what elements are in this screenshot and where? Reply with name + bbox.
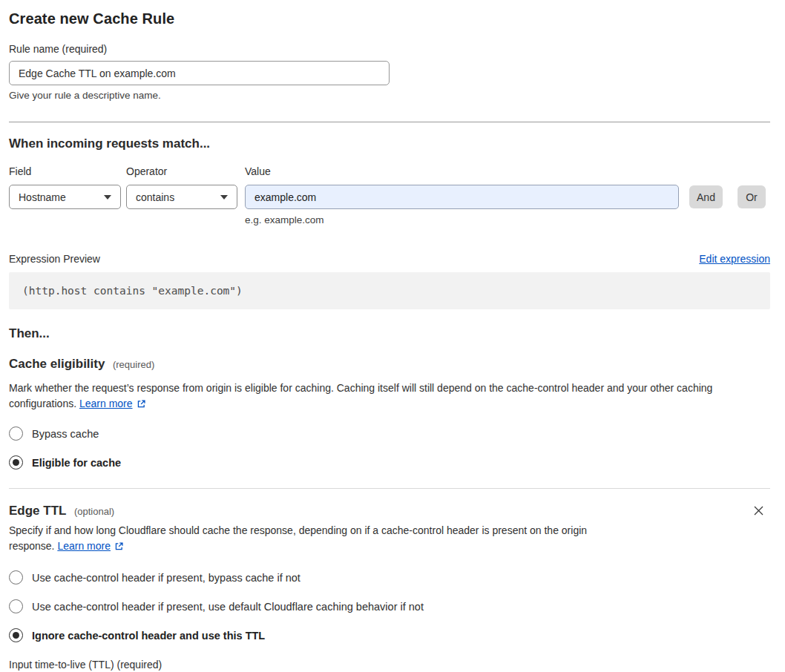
cache-eligibility-heading: Cache eligibility [9,357,105,371]
field-select-value: Hostname [19,191,66,203]
page-title: Create new Cache Rule [9,10,770,27]
close-icon[interactable] [752,504,766,518]
radio-label: Ignore cache-control header and use this… [32,630,265,642]
section-divider [9,488,770,489]
then-heading: Then... [9,326,770,341]
value-input[interactable] [245,185,679,209]
edge-ttl-learn-more-link[interactable]: Learn more [57,540,111,552]
radio-label: Use cache-control header if present, use… [32,601,424,613]
edit-expression-link[interactable]: Edit expression [699,253,770,265]
radio-bypass-cache[interactable]: Bypass cache [9,426,770,441]
and-button[interactable]: And [689,185,723,208]
rule-name-help: Give your rule a descriptive name. [9,90,770,101]
edge-ttl-description: Specify if and how long Cloudflare shoul… [9,523,626,556]
radio-icon [9,455,23,470]
radio-icon [9,426,23,441]
or-button[interactable]: Or [738,185,766,208]
radio-icon [9,599,23,613]
operator-label: Operator [126,165,245,177]
radio-ignore-header-use-ttl[interactable]: Ignore cache-control header and use this… [9,628,770,642]
radio-use-header-bypass[interactable]: Use cache-control header if present, byp… [9,570,770,584]
edge-ttl-heading: Edge TTL [9,504,66,518]
rule-name-input[interactable] [9,61,390,85]
edge-ttl-heading-group: Edge TTL (optional) [9,504,114,518]
create-cache-rule-form: Create new Cache Rule Rule name (require… [9,0,770,672]
operator-select[interactable]: contains [126,185,237,209]
expression-code: (http.host contains "example.com") [9,272,770,309]
expression-preview-label: Expression Preview [9,253,100,265]
cache-eligibility-learn-more-link[interactable]: Learn more [79,398,133,409]
chevron-down-icon [104,195,111,200]
radio-label: Eligible for cache [32,457,121,469]
match-labels-row: Field Operator Value [9,165,770,177]
field-label: Field [9,165,126,177]
cache-eligibility-qualifier: (required) [113,359,154,370]
cache-eligibility-description: Mark whether the request’s response from… [9,381,770,413]
radio-use-header-default[interactable]: Use cache-control header if present, use… [9,599,770,613]
rule-name-label: Rule name (required) [9,43,770,55]
section-divider [9,122,770,122]
chevron-down-icon [220,195,228,200]
field-select[interactable]: Hostname [9,185,121,209]
match-controls-row: Hostname contains And Or [9,185,770,209]
match-section-heading: When incoming requests match... [9,136,770,151]
ttl-label: Input time-to-live (TTL) (required) [9,659,770,671]
cache-eligibility-heading-row: Cache eligibility (required) [9,357,770,372]
value-help: e.g. example.com [245,214,770,225]
radio-label: Bypass cache [32,428,99,440]
radio-label: Use cache-control header if present, byp… [32,572,300,584]
external-link-icon [114,540,124,556]
operator-select-value: contains [136,191,174,203]
radio-icon [9,628,23,642]
radio-eligible-for-cache[interactable]: Eligible for cache [9,455,770,470]
value-label: Value [245,165,770,177]
radio-icon [9,570,23,584]
edge-ttl-qualifier: (optional) [74,506,114,517]
edge-ttl-heading-row: Edge TTL (optional) [9,504,770,518]
expression-preview-row: Expression Preview Edit expression [9,253,770,265]
external-link-icon [137,398,146,413]
